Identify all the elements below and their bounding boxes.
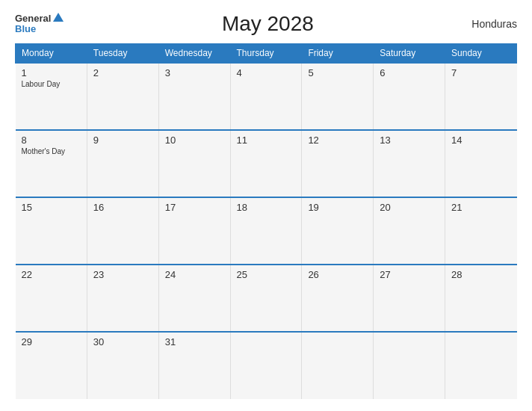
day-number: 23 [93,269,152,280]
day-number: 1 [22,67,81,78]
day-cell-w2-d4: 11 [230,130,302,197]
day-number: 26 [308,269,367,280]
day-number: 25 [237,269,296,280]
day-cell-w5-d3: 31 [158,332,230,399]
day-cell-w4-d3: 24 [158,265,230,332]
day-cell-w1-d7: 7 [445,63,517,130]
day-number: 15 [22,202,81,213]
day-cell-w5-d1: 29 [16,332,87,399]
day-number: 10 [165,135,224,146]
day-cell-w5-d7 [445,332,517,399]
day-number: 21 [451,202,510,213]
logo-general-text: General [15,13,64,24]
day-cell-w4-d6: 27 [374,265,445,332]
day-cell-w4-d1: 22 [16,265,87,332]
day-number: 22 [22,269,81,280]
weekday-tuesday: Tuesday [87,44,158,64]
day-cell-w1-d1: 1Labour Day [16,63,87,130]
day-cell-w3-d5: 19 [302,197,374,265]
day-number: 7 [451,67,510,78]
day-number: 8 [22,135,81,146]
day-cell-w2-d3: 10 [158,130,230,197]
day-cell-w3-d2: 16 [87,197,158,265]
weekday-wednesday: Wednesday [158,44,230,64]
weekday-header-row: Monday Tuesday Wednesday Thursday Friday… [16,44,517,64]
calendar-table: Monday Tuesday Wednesday Thursday Friday… [15,43,517,399]
day-cell-w2-d7: 14 [445,130,517,197]
day-cell-w1-d5: 5 [302,63,374,130]
day-cell-w1-d2: 2 [87,63,158,130]
weekday-saturday: Saturday [374,44,445,64]
event-label: Mother's Day [22,147,81,155]
week-row-5: 293031 [16,332,517,399]
day-number: 27 [380,269,439,280]
day-cell-w1-d3: 3 [158,63,230,130]
day-cell-w1-d4: 4 [230,63,302,130]
day-cell-w4-d4: 25 [230,265,302,332]
weekday-thursday: Thursday [230,44,302,64]
day-number: 20 [380,202,439,213]
day-number: 9 [93,135,152,146]
day-number: 12 [308,135,367,146]
day-cell-w5-d6 [374,332,445,399]
day-number: 4 [237,67,296,78]
day-number: 16 [93,202,152,213]
calendar-title: May 2028 [222,12,314,36]
day-number: 6 [380,67,439,78]
day-cell-w4-d5: 26 [302,265,374,332]
week-row-2: 8Mother's Day91011121314 [16,130,517,197]
day-cell-w3-d4: 18 [230,197,302,265]
day-number: 19 [308,202,367,213]
week-row-4: 22232425262728 [16,265,517,332]
week-row-3: 15161718192021 [16,197,517,265]
day-cell-w5-d2: 30 [87,332,158,399]
day-number: 29 [22,336,81,347]
day-number: 31 [165,336,224,347]
weekday-monday: Monday [16,44,87,64]
day-number: 14 [451,135,510,146]
day-number: 18 [237,202,296,213]
day-number: 3 [165,67,224,78]
logo-triangle-icon [53,13,64,22]
page-header: General Blue May 2028 Honduras [15,12,517,36]
day-cell-w3-d3: 17 [158,197,230,265]
day-number: 2 [93,67,152,78]
day-cell-w3-d6: 20 [374,197,445,265]
day-number: 28 [451,269,510,280]
day-cell-w2-d5: 12 [302,130,374,197]
day-cell-w4-d2: 23 [87,265,158,332]
day-number: 24 [165,269,224,280]
day-cell-w1-d6: 6 [374,63,445,130]
day-cell-w3-d1: 15 [16,197,87,265]
day-cell-w2-d1: 8Mother's Day [16,130,87,197]
day-cell-w5-d4 [230,332,302,399]
day-cell-w3-d7: 21 [445,197,517,265]
logo: General Blue [15,13,64,35]
day-number: 11 [237,135,296,146]
event-label: Labour Day [22,80,81,88]
weekday-sunday: Sunday [445,44,517,64]
day-number: 17 [165,202,224,213]
day-number: 5 [308,67,367,78]
day-cell-w2-d6: 13 [374,130,445,197]
day-cell-w4-d7: 28 [445,265,517,332]
logo-blue-text: Blue [15,24,36,34]
week-row-1: 1Labour Day234567 [16,63,517,130]
weekday-friday: Friday [302,44,374,64]
day-cell-w5-d5 [302,332,374,399]
day-cell-w2-d2: 9 [87,130,158,197]
day-number: 30 [93,336,152,347]
country-label: Honduras [471,18,517,30]
day-number: 13 [380,135,439,146]
